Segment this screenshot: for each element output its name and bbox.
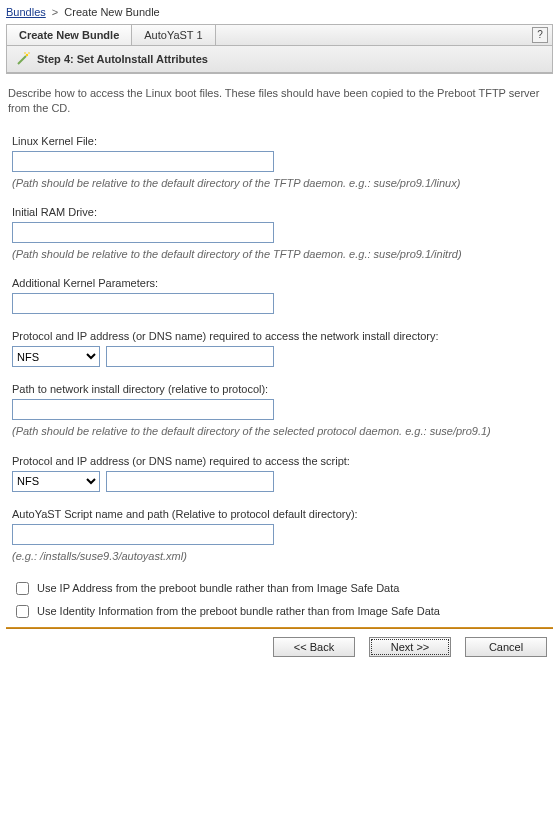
input-netpath[interactable] <box>12 399 274 420</box>
cancel-button[interactable]: Cancel <box>465 637 547 657</box>
footer-divider <box>6 627 553 629</box>
checkbox-ip-from-bundle[interactable] <box>16 582 29 595</box>
hint-script-name: (e.g.: /installs/suse9.3/autoyast.xml) <box>12 549 551 563</box>
label-kernel: Linux Kernel File: <box>12 135 551 147</box>
field-script-access: Protocol and IP address (or DNS name) re… <box>12 455 551 492</box>
select-script-protocol[interactable]: NFS <box>12 471 100 492</box>
step-description: Describe how to access the Linux boot fi… <box>8 86 551 117</box>
breadcrumb-root-link[interactable]: Bundles <box>6 6 46 18</box>
checkbox-group: Use IP Address from the preboot bundle r… <box>12 579 551 621</box>
field-params: Additional Kernel Parameters: <box>12 277 551 314</box>
back-button[interactable]: << Back <box>273 637 355 657</box>
svg-point-2 <box>28 52 30 54</box>
label-ip-from-bundle: Use IP Address from the preboot bundle r… <box>37 582 399 594</box>
label-netpath: Path to network install directory (relat… <box>12 383 551 395</box>
input-script-name[interactable] <box>12 524 274 545</box>
tab-autoyast[interactable]: AutoYaST 1 <box>132 25 215 45</box>
breadcrumb-current: Create New Bundle <box>64 6 159 18</box>
label-ram: Initial RAM Drive: <box>12 206 551 218</box>
field-netinstall: Protocol and IP address (or DNS name) re… <box>12 330 551 367</box>
label-params: Additional Kernel Parameters: <box>12 277 551 289</box>
svg-line-0 <box>18 56 26 64</box>
wizard-buttons: << Back Next >> Cancel <box>6 637 553 663</box>
help-icon[interactable]: ? <box>532 27 548 43</box>
input-netinstall-address[interactable] <box>106 346 274 367</box>
hint-kernel: (Path should be relative to the default … <box>12 176 551 190</box>
step-title: Step 4: Set AutoInstall Attributes <box>37 53 208 65</box>
wizard-panel: Create New Bundle AutoYaST 1 ? Step 4: S… <box>6 24 553 74</box>
hint-netpath: (Path should be relative to the default … <box>12 424 551 438</box>
next-button[interactable]: Next >> <box>369 637 451 657</box>
field-script-name: AutoYaST Script name and path (Relative … <box>12 508 551 563</box>
tab-create-new-bundle[interactable]: Create New Bundle <box>7 25 132 45</box>
label-netinstall: Protocol and IP address (or DNS name) re… <box>12 330 551 342</box>
input-script-address[interactable] <box>106 471 274 492</box>
label-script-name: AutoYaST Script name and path (Relative … <box>12 508 551 520</box>
svg-point-3 <box>24 52 26 54</box>
label-identity-from-bundle: Use Identity Information from the preboo… <box>37 605 440 617</box>
field-kernel: Linux Kernel File: (Path should be relat… <box>12 135 551 190</box>
svg-point-1 <box>26 54 28 56</box>
breadcrumb-separator: > <box>52 6 58 18</box>
hint-ram: (Path should be relative to the default … <box>12 247 551 261</box>
input-kernel[interactable] <box>12 151 274 172</box>
select-netinstall-protocol[interactable]: NFS <box>12 346 100 367</box>
checkbox-identity-from-bundle[interactable] <box>16 605 29 618</box>
label-script-access: Protocol and IP address (or DNS name) re… <box>12 455 551 467</box>
wand-icon <box>15 51 31 67</box>
input-ram[interactable] <box>12 222 274 243</box>
tab-strip: Create New Bundle AutoYaST 1 ? <box>7 25 552 46</box>
input-params[interactable] <box>12 293 274 314</box>
field-netpath: Path to network install directory (relat… <box>12 383 551 438</box>
breadcrumb: Bundles > Create New Bundle <box>6 6 553 18</box>
field-ram: Initial RAM Drive: (Path should be relat… <box>12 206 551 261</box>
step-bar: Step 4: Set AutoInstall Attributes <box>7 46 552 73</box>
